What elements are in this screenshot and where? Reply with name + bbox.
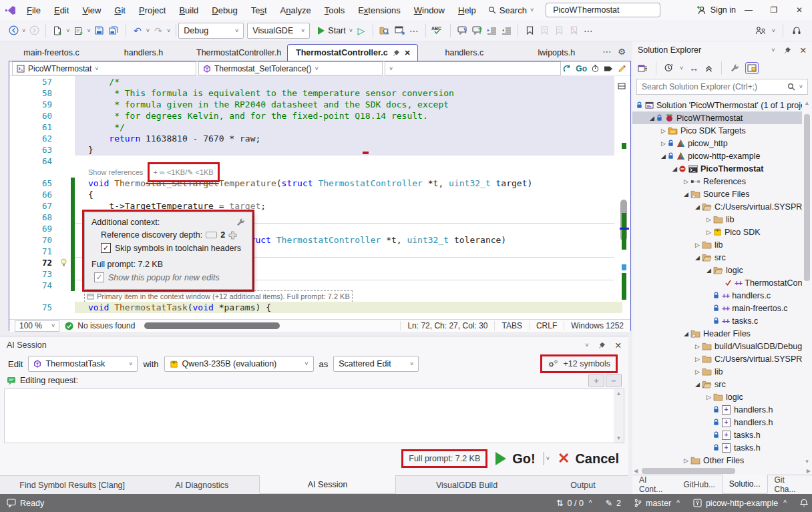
history-stopwatch-icon[interactable] [592, 64, 599, 73]
code-line-66[interactable]: 66{ [9, 189, 630, 200]
mode-combo[interactable]: Scattered Edit˅ [333, 356, 419, 372]
code-line-60[interactable]: 60 * for degrees Kelvin, and for the fix… [9, 110, 630, 121]
model-combo[interactable]: Qwen3-235B (evaluation)˅ [164, 356, 314, 372]
context-size-annotation[interactable]: + ∞ <1KB/✎ <1KB [148, 162, 220, 182]
code-line-61[interactable]: 61 */ [9, 121, 630, 133]
chevron-down-icon[interactable]: ˅ [771, 47, 775, 53]
tool-tab-VisualGDB Build[interactable]: VisualGDB Build [396, 476, 538, 494]
git-repo[interactable]: picow-http-example ^ [693, 499, 787, 508]
editing-request-input[interactable]: ▲ ▼ [4, 389, 624, 443]
navigate-forward-icon[interactable] [28, 23, 40, 38]
tree-item-logic[interactable]: ◢logic [632, 264, 802, 276]
tree-item-picothermostat[interactable]: ◢PicoThermostat [632, 162, 802, 175]
collapse-arrow-icon[interactable]: ◢ [693, 204, 702, 210]
code-editor[interactable]: 57 /*58 * This formula is equivalent to … [9, 76, 630, 319]
comment-selection-icon[interactable] [471, 23, 483, 38]
symbols-chip[interactable]: +12 symbols [540, 354, 618, 373]
tool-tab-AI Session[interactable]: AI Session [259, 475, 396, 494]
collapse-arrow-icon[interactable]: ◢ [704, 267, 713, 274]
find-in-files-icon[interactable] [379, 23, 391, 38]
editor-horizontal-scrollbar[interactable] [144, 322, 391, 329]
doc-tab-ThermostatController.c[interactable]: ThermostatController.c✕ [287, 44, 418, 61]
menu-git[interactable]: Git [108, 5, 132, 15]
expand-arrow-icon[interactable]: ▷ [693, 343, 702, 350]
menu-analyze[interactable]: Analyze [274, 5, 318, 15]
grow-editor-button[interactable]: + [588, 374, 604, 387]
tree-item-main-freertos-c[interactable]: ++main-freertos.c [632, 302, 802, 314]
editor-scrollbar[interactable] [620, 76, 629, 319]
minimize-button[interactable]: — [736, 0, 761, 20]
lightbulb-icon[interactable] [56, 257, 71, 268]
menu-view[interactable]: View [75, 5, 108, 15]
zoom-combo[interactable]: 100 %˅ [15, 320, 59, 332]
menu-edit[interactable]: Edit [47, 5, 75, 15]
edit-target-combo[interactable]: ThermostatTask˅ [28, 356, 138, 372]
code-line-62[interactable]: 62 return 11638810 - 7670 * raw; [9, 133, 630, 144]
tree-item-lib[interactable]: ▷lib [632, 365, 802, 378]
tree-item-picow-http-example[interactable]: ◢picow-http-example [632, 150, 802, 162]
navigate-back-dropdown[interactable]: ˅ [22, 27, 25, 34]
skip-symbols-checkbox[interactable]: ✓ [101, 243, 111, 253]
tool-tab-Output[interactable]: Output [538, 476, 628, 494]
expand-arrow-icon[interactable]: ▷ [693, 356, 702, 362]
add-item-icon[interactable] [73, 23, 85, 38]
pin-icon[interactable] [393, 49, 400, 57]
collapse-arrow-icon[interactable]: ◢ [670, 166, 679, 172]
collapse-arrow-icon[interactable]: ◢ [682, 191, 690, 198]
expand-arrow-icon[interactable]: ▷ [659, 127, 668, 134]
preview-selected-items-icon[interactable] [745, 62, 759, 74]
filter-dropdown[interactable]: ˅ [680, 65, 683, 71]
tab-overflow-icon[interactable]: ⋯ [602, 47, 611, 57]
code-line-58[interactable]: 58 * This formula is equivalent to the t… [9, 87, 630, 99]
tree-item-handlers-h[interactable]: +handlers.h [632, 416, 802, 429]
code-line-64[interactable]: 64 [9, 156, 630, 167]
menu-debug[interactable]: Debug [205, 5, 244, 15]
tree-item-picow-http[interactable]: ▷picow_http [632, 137, 802, 150]
expand-arrow-icon[interactable]: ▷ [659, 140, 668, 147]
tree-item-pico-sdk-targets[interactable]: ▷Pico SDK Targets [632, 124, 802, 137]
tree-item-thermostatcont[interactable]: ++ThermostatCont [632, 276, 802, 289]
sync-with-active-document-icon[interactable]: ↔ [689, 63, 698, 73]
collapse-arrow-icon[interactable]: ◢ [693, 254, 702, 261]
menu-window[interactable]: Window [407, 5, 451, 15]
explorer-tab-ai-cont-[interactable]: AI Cont... [632, 475, 676, 494]
tree-item-build-visualgdb-debug[interactable]: ▷build/VisualGDB/Debug [632, 340, 802, 352]
caret-position[interactable]: Ln: 72, Ch: 27, Col: 30 [400, 321, 494, 330]
doc-tab-lwipopts.h[interactable]: lwipopts.h [510, 45, 602, 61]
navigate-back-icon[interactable] [7, 23, 19, 38]
toolbar-overflow-icon[interactable]: ⋯ [408, 23, 420, 38]
expand-arrow-icon[interactable]: ▷ [693, 368, 702, 375]
chevron-down-icon[interactable]: ˅ [585, 342, 588, 348]
collapse-arrow-icon[interactable]: ◢ [693, 381, 702, 388]
menu-file[interactable]: File [20, 5, 47, 15]
window-layout-icon[interactable] [393, 23, 405, 38]
code-line-57[interactable]: 57 /* [9, 76, 630, 87]
depth-increase-button[interactable] [228, 231, 237, 240]
scroll-up-icon[interactable]: ▲ [616, 391, 622, 397]
toggle-bookmark-icon[interactable] [524, 23, 536, 38]
save-icon[interactable] [93, 23, 106, 38]
tree-item-picowthermostat[interactable]: ◢PicoWThermostat [632, 111, 802, 124]
type-dropdown[interactable]: ˅ [385, 61, 561, 75]
go-to-icon[interactable] [563, 65, 571, 73]
tree-item-tasks-h[interactable]: +tasks.h [632, 441, 802, 454]
expand-arrow-icon[interactable]: ▷ [704, 229, 713, 236]
tree-item-lib[interactable]: ▷lib [632, 213, 802, 226]
menu-help[interactable]: Help [451, 5, 483, 15]
close-button[interactable]: ✕ [787, 0, 812, 20]
tree-item-tasks-h[interactable]: +tasks.h [632, 429, 802, 441]
collapse-arrow-icon[interactable]: ◢ [659, 153, 668, 160]
save-all-icon[interactable] [108, 23, 120, 38]
next-bookmark-icon[interactable] [553, 23, 565, 38]
go-dropdown[interactable]: ˅ [544, 452, 550, 465]
tree-item-pico-sdk[interactable]: ▷Pico SDK [632, 226, 802, 238]
doc-tab-ThermostatController.h[interactable]: ThermostatController.h [190, 45, 287, 61]
menu-build[interactable]: Build [172, 5, 205, 15]
request-scrollbar[interactable]: ▲ ▼ [614, 389, 624, 443]
tree-item-c-users-virtual-sysprc[interactable]: ◢C:/Users/virtual.SYSPRC [632, 200, 802, 213]
tree-item-handlers-c[interactable]: ++handlers.c [632, 289, 802, 302]
tool-tab-AI Diagnostics[interactable]: AI Diagnostics [144, 476, 259, 494]
project-dropdown[interactable]: PicoWThermostat˅ [12, 61, 196, 75]
show-popup-checkbox[interactable]: ✓ [94, 272, 104, 282]
bookmark-overflow-icon[interactable]: ⋯ [582, 23, 594, 38]
